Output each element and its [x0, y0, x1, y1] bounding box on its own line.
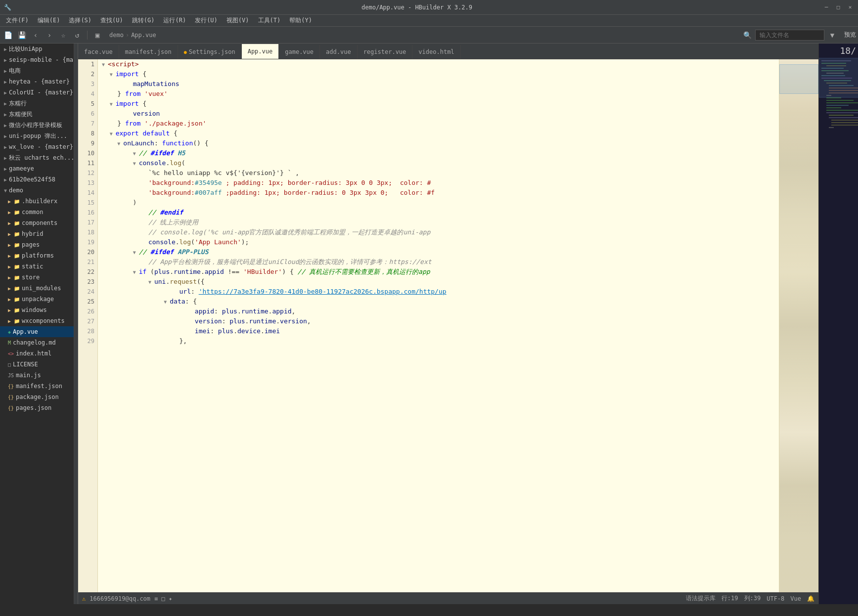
- menu-tools[interactable]: 工具(T): [254, 15, 285, 26]
- sidebar-item-label: wxcomponents: [22, 317, 65, 324]
- sidebar-item-dongnuo1[interactable]: ▶ 东糯行: [0, 98, 74, 109]
- menu-find[interactable]: 查找(U): [96, 15, 127, 26]
- sidebar-item-wxcomponents[interactable]: ▶ 📁 wxcomponents: [0, 315, 74, 326]
- preview-button[interactable]: 预览: [844, 31, 856, 39]
- sidebar-item-ucharts[interactable]: ▶ 秋云 ucharts ech...: [0, 152, 74, 163]
- sidebar-item-hbuilderx[interactable]: ▶ 📁 .hbuilderx: [0, 196, 74, 207]
- menu-view[interactable]: 视图(V): [223, 15, 253, 26]
- status-left: ⚠ 1666956919@qq.com ≡ □ ✦: [82, 595, 172, 602]
- code-line-5: ▼import {: [102, 99, 775, 109]
- toolbar-forward[interactable]: ›: [44, 29, 55, 41]
- tab-register-vue[interactable]: register.vue: [358, 45, 413, 59]
- breadcrumb: demo › App.vue: [109, 32, 156, 39]
- fold-arrow[interactable]: ▼: [110, 70, 116, 80]
- filter-icon[interactable]: ▼: [826, 29, 838, 41]
- sidebar-item-main-js[interactable]: JS main.js: [0, 370, 74, 381]
- minimap-content: [779, 59, 818, 592]
- tab-game-vue[interactable]: game.vue: [279, 45, 320, 59]
- toolbar-new[interactable]: 📄: [2, 29, 14, 41]
- sidebar-item-license[interactable]: □ LICENSE: [0, 359, 74, 370]
- fold-arrow[interactable]: ▼: [133, 149, 139, 159]
- sidebar-item-colorui[interactable]: ▶ ColorUI - {master}: [0, 87, 74, 98]
- fold-arrow[interactable]: ▼: [164, 297, 170, 307]
- tab-manifest-json[interactable]: manifest.json: [119, 45, 178, 59]
- minimap-viewport[interactable]: [779, 64, 818, 94]
- toolbar-star[interactable]: ☆: [57, 29, 69, 41]
- file-search-input[interactable]: [755, 30, 824, 41]
- line-num-1: 1: [78, 59, 97, 69]
- sidebar-item-seisp[interactable]: ▶ seisp-mobile - {mas: [0, 54, 74, 65]
- sidebar-item-changelog[interactable]: M changelog.md: [0, 337, 74, 348]
- sidebar-item-pages-json[interactable]: {} pages.json: [0, 402, 74, 413]
- tab-settings-json[interactable]: ● Settings.json: [178, 45, 242, 59]
- menu-edit[interactable]: 编辑(E): [34, 15, 64, 26]
- sidebar-item-common[interactable]: ▶ 📁 common: [0, 207, 74, 218]
- fold-arrow[interactable]: ▼: [110, 129, 116, 139]
- fold-arrow[interactable]: ▼: [102, 60, 108, 70]
- vue-file-icon: ◈: [8, 329, 11, 335]
- sidebar-item-static[interactable]: ▶ 📁 static: [0, 261, 74, 272]
- sidebar-item-dongnuo2[interactable]: ▶ 东糯便民: [0, 109, 74, 120]
- sidebar-item-heytea[interactable]: ▶ heytea - {master}: [0, 76, 74, 87]
- sidebar-item-wxlove[interactable]: ▶ wx_love - {master}: [0, 141, 74, 152]
- sidebar-item-platforms[interactable]: ▶ 📁 platforms: [0, 250, 74, 261]
- fold-arrow[interactable]: ▼: [110, 99, 116, 109]
- sidebar-item-hash[interactable]: ▶ 61b20ee524f58: [0, 174, 74, 185]
- breadcrumb-file[interactable]: App.vue: [131, 32, 156, 39]
- sidebar-item-pages[interactable]: ▶ 📁 pages: [0, 239, 74, 250]
- sidebar-item-popup[interactable]: ▶ uni-popup 弹出...: [0, 131, 74, 141]
- tab-app-vue[interactable]: App.vue: [242, 44, 279, 59]
- tab-add-vue[interactable]: add.vue: [320, 45, 358, 59]
- sidebar-item-uniapp[interactable]: ▶ 比较UniApp: [0, 44, 74, 54]
- fold-arrow[interactable]: ▼: [117, 139, 123, 149]
- sidebar-item-package[interactable]: {} package.json: [0, 392, 74, 402]
- sidebar-item-hybrid[interactable]: ▶ 📁 hybrid: [0, 228, 74, 239]
- toolbar-back[interactable]: ‹: [30, 29, 42, 41]
- sidebar-item-windows[interactable]: ▶ 📁 windows: [0, 305, 74, 315]
- sidebar-item-shop[interactable]: ▶ 电商: [0, 65, 74, 76]
- code-content[interactable]: ▼<script> ▼import { mapMutations } from …: [98, 59, 779, 592]
- menu-goto[interactable]: 跳转(G): [128, 15, 159, 26]
- window-controls: ─ □ ✕: [822, 3, 854, 11]
- tab-label: register.vue: [363, 48, 406, 55]
- breadcrumb-demo[interactable]: demo: [109, 32, 124, 39]
- toolbar-save[interactable]: 💾: [16, 29, 28, 41]
- fold-arrow[interactable]: ▼: [133, 267, 139, 277]
- menu-publish[interactable]: 发行(U): [191, 15, 222, 26]
- tab-face-vue[interactable]: face.vue: [78, 45, 119, 59]
- tab-video-html[interactable]: video.html: [412, 45, 460, 59]
- menu-help[interactable]: 帮助(Y): [285, 15, 316, 26]
- fold-arrow[interactable]: ▼: [133, 248, 139, 258]
- sidebar-item-label: components: [22, 220, 57, 226]
- menu-file[interactable]: 文件(F): [2, 15, 33, 26]
- sidebar-resize-handle[interactable]: [74, 44, 78, 604]
- expand-icon: ▶: [4, 46, 7, 52]
- sidebar-item-components[interactable]: ▶ 📁 components: [0, 218, 74, 228]
- toolbar-icon1[interactable]: ▣: [91, 29, 103, 41]
- sidebar-item-gameeye[interactable]: ▶ gameeye: [0, 163, 74, 174]
- fold-arrow[interactable]: ▼: [133, 159, 139, 169]
- line-num-28: 28: [78, 326, 97, 336]
- menu-run[interactable]: 运行(R): [159, 15, 190, 26]
- sidebar-item-wechat[interactable]: ▶ 微信小程序登录模板: [0, 120, 74, 131]
- sidebar-item-manifest[interactable]: {} manifest.json: [0, 381, 74, 392]
- right-panel-number: 18/: [819, 44, 858, 58]
- code-line-26: appid: plus.runtime.appid,: [102, 307, 775, 316]
- svg-rect-23: [829, 115, 854, 116]
- line-num-8: 8: [78, 129, 97, 138]
- sidebar-item-label: static: [22, 263, 43, 270]
- minimize-button[interactable]: ─: [822, 3, 830, 11]
- sidebar-item-store[interactable]: ▶ 📁 store: [0, 272, 74, 283]
- sidebar-item-app-vue[interactable]: ◈ App.vue: [0, 326, 74, 337]
- toolbar-refresh[interactable]: ↺: [71, 29, 83, 41]
- sidebar-item-unpackage[interactable]: ▶ 📁 unpackage: [0, 294, 74, 305]
- sidebar-item-demo[interactable]: ▼ demo: [0, 185, 74, 196]
- close-button[interactable]: ✕: [846, 3, 854, 11]
- sidebar-item-label: heytea - {master}: [9, 78, 70, 85]
- fold-arrow[interactable]: ▼: [148, 277, 154, 287]
- code-line-28: imei: plus.device.imei: [102, 326, 775, 336]
- sidebar-item-index-html[interactable]: <> index.html: [0, 348, 74, 359]
- maximize-button[interactable]: □: [834, 3, 842, 11]
- sidebar-item-uni-modules[interactable]: ▶ 📁 uni_modules: [0, 283, 74, 294]
- menu-select[interactable]: 选择(S): [65, 15, 95, 26]
